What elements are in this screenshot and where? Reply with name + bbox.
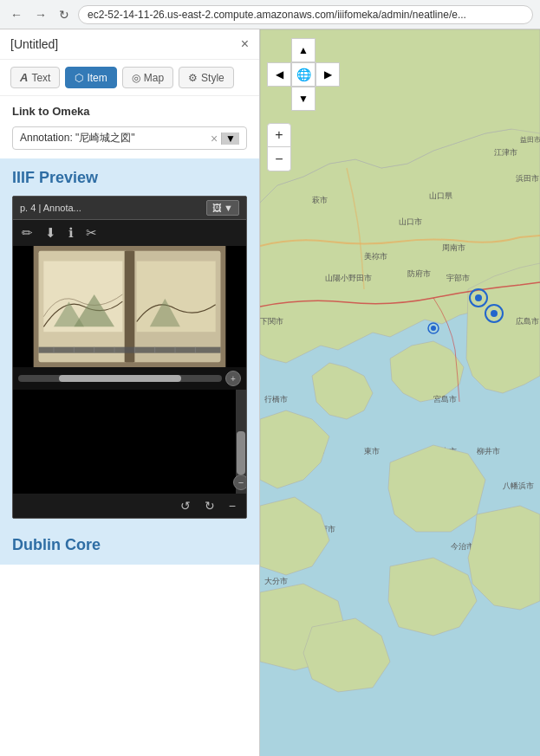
tab-style[interactable]: ⚙ Style	[179, 67, 234, 88]
annotation-select[interactable]: Annotation: "尼崎城之図" × ▼	[12, 126, 247, 150]
svg-text:大分市: 大分市	[264, 577, 288, 585]
svg-text:浜田市: 浜田市	[516, 174, 539, 183]
v-scrollbar-thumb	[237, 431, 245, 475]
map-tab-label: Map	[144, 72, 164, 84]
back-button[interactable]: ←	[7, 6, 26, 23]
item-tab-label: Item	[87, 72, 107, 84]
download-icon: ⬇	[45, 225, 56, 240]
undo-button[interactable]: ↺	[177, 497, 194, 514]
svg-text:柳井市: 柳井市	[477, 447, 500, 456]
info-icon-button[interactable]: ℹ	[67, 223, 75, 242]
annotation-clear-button[interactable]: ×	[211, 132, 218, 145]
zoom-controls: + −	[267, 123, 340, 171]
viewer-bottom-area: −	[13, 390, 246, 494]
map-background: 江津市 浜田市 益田市 山口県 萩市 山口市 周南市 美祢市 防府市 山陽小野田…	[260, 29, 540, 756]
style-tab-icon: ⚙	[188, 72, 198, 84]
book-svg	[13, 246, 246, 367]
svg-rect-9	[39, 347, 221, 353]
svg-text:萩市: 萩市	[312, 196, 328, 204]
svg-text:宮島市: 宮島市	[433, 395, 457, 404]
iiif-preview-title: IIIF Preview	[12, 169, 247, 187]
annotation-row: Annotation: "尼崎城之図" × ▼	[0, 123, 259, 158]
redo-button[interactable]: ↻	[201, 497, 218, 514]
edit-icon-button[interactable]: ✏	[20, 223, 35, 242]
image-icon: 🖼	[212, 203, 222, 213]
svg-text:江津市: 江津市	[494, 148, 517, 157]
map-controls: ▲ ◀ 🌐 ▶ ▼ + −	[267, 38, 340, 171]
download-icon-button[interactable]: ⬇	[43, 223, 58, 242]
svg-point-48	[491, 310, 498, 317]
svg-text:益田市: 益田市	[520, 136, 540, 144]
svg-text:宇部市: 宇部市	[446, 274, 470, 282]
svg-rect-3	[125, 251, 135, 362]
viewer-h-scrollbar[interactable]: +	[13, 367, 246, 390]
text-tab-icon: A	[20, 71, 28, 84]
viewer-icons-row: ✏ ⬇ ℹ ✂	[13, 220, 246, 246]
pan-up-button[interactable]: ▲	[291, 38, 316, 62]
viewer-page-label: p. 4 | Annota...	[20, 203, 201, 213]
svg-text:山口市: 山口市	[399, 217, 422, 226]
svg-text:周南市: 周南市	[442, 243, 465, 252]
edit-icon: ✏	[22, 225, 33, 240]
tabs-bar: A Text ⬡ Item ◎ Map ⚙ Style	[0, 60, 259, 96]
link-to-omeka: Link to Omeka	[0, 96, 259, 123]
map-panel: 江津市 浜田市 益田市 山口県 萩市 山口市 周南市 美祢市 防府市 山陽小野田…	[260, 29, 540, 756]
viewer-image-toggle-button[interactable]: 🖼 ▼	[206, 200, 239, 216]
annotation-label: Annotation: "尼崎城之図"	[20, 131, 135, 145]
style-tab-label: Style	[201, 72, 224, 84]
svg-text:広島市: 広島市	[516, 317, 539, 326]
viewer-controls-row: ↺ ↻ −	[13, 494, 246, 518]
iiif-preview-section: IIIF Preview p. 4 | Annota... 🖼 ▼ ✏	[0, 158, 259, 526]
pan-down-button[interactable]: ▼	[291, 87, 316, 111]
scissors-icon: ✂	[86, 225, 97, 240]
panel-title: [Untitled]	[10, 37, 58, 51]
address-bar[interactable]: ec2-52-14-11-26.us-east-2.compute.amazon…	[78, 5, 533, 24]
viewer-toolbar: p. 4 | Annota... 🖼 ▼	[13, 197, 246, 220]
v-scrollbar-track[interactable]: −	[236, 390, 246, 494]
svg-text:下関市: 下関市	[260, 317, 283, 326]
item-tab-icon: ⬡	[75, 72, 83, 84]
annotation-dropdown-button[interactable]: ▼	[221, 132, 239, 145]
info-icon: ℹ	[68, 225, 74, 240]
scissors-icon-button[interactable]: ✂	[84, 223, 99, 242]
dublin-core-title: Dublin Core	[12, 536, 247, 554]
tab-item[interactable]: ⬡ Item	[65, 67, 116, 88]
zoom-in-button[interactable]: +	[267, 123, 291, 147]
browser-bar: ← → ↻ ec2-52-14-11-26.us-east-2.compute.…	[0, 0, 540, 29]
map-tab-icon: ◎	[132, 72, 140, 84]
svg-text:山口県: 山口県	[429, 191, 452, 200]
globe-button[interactable]: 🌐	[291, 62, 316, 87]
main-layout: [Untitled] × A Text ⬡ Item ◎ Map ⚙ Style…	[0, 29, 540, 756]
zoom-out-button[interactable]: −	[225, 497, 239, 514]
left-panel: [Untitled] × A Text ⬡ Item ◎ Map ⚙ Style…	[0, 29, 260, 756]
svg-text:行橋市: 行橋市	[264, 395, 288, 404]
tab-map[interactable]: ◎ Map	[122, 67, 173, 88]
svg-point-50	[431, 326, 436, 331]
svg-text:防府市: 防府市	[407, 269, 431, 278]
h-scrollbar-track[interactable]	[18, 375, 222, 382]
panel-header: [Untitled] ×	[0, 29, 259, 60]
iiif-viewer: p. 4 | Annota... 🖼 ▼ ✏ ⬇ ℹ	[12, 196, 247, 519]
dublin-core-section: Dublin Core	[0, 526, 259, 565]
svg-text:八幡浜市: 八幡浜市	[503, 481, 534, 490]
pan-left-button[interactable]: ◀	[267, 62, 291, 87]
forward-button[interactable]: →	[31, 6, 50, 23]
svg-text:山陽小野田市: 山陽小野田市	[325, 274, 372, 282]
tab-text[interactable]: A Text	[10, 67, 60, 88]
pan-right-button[interactable]: ▶	[316, 62, 340, 87]
svg-text:美祢市: 美祢市	[364, 252, 387, 261]
svg-text:東市: 東市	[364, 447, 380, 456]
scrollbar-corner-button[interactable]: +	[225, 371, 241, 386]
svg-point-46	[475, 294, 482, 301]
close-button[interactable]: ×	[241, 36, 249, 52]
viewer-image-area	[13, 246, 246, 367]
reload-button[interactable]: ↻	[55, 6, 73, 23]
text-tab-label: Text	[31, 72, 50, 84]
dropdown-arrow: ▼	[224, 203, 233, 213]
zoom-out-button[interactable]: −	[267, 147, 291, 171]
h-scrollbar-thumb	[59, 375, 181, 382]
v-scrollbar-end-button[interactable]: −	[233, 475, 247, 490]
